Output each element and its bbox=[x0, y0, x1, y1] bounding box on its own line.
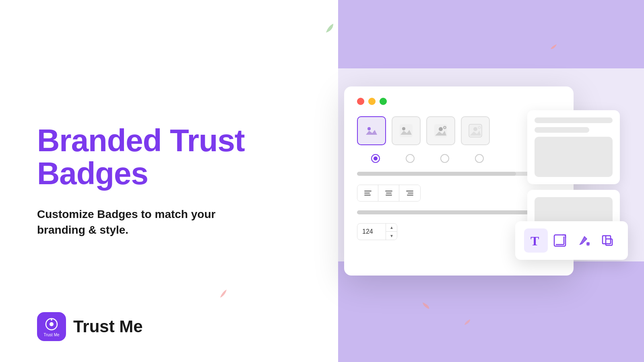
radio-spacer-1 bbox=[361, 154, 390, 163]
subtitle-text: Customize Badges to match your branding … bbox=[37, 206, 230, 238]
preview-card-top bbox=[527, 110, 620, 184]
svg-point-30 bbox=[51, 319, 52, 321]
preview-line-1 bbox=[535, 117, 613, 123]
stepper-up-button[interactable]: ▲ bbox=[386, 224, 397, 232]
align-buttons-group bbox=[357, 185, 421, 202]
align-center-button[interactable] bbox=[378, 185, 399, 201]
text-tool-button[interactable]: T bbox=[524, 228, 548, 253]
app-icon: Trust Me bbox=[37, 312, 66, 341]
stepper-buttons: ▲ ▼ bbox=[386, 224, 397, 240]
svg-rect-24 bbox=[603, 236, 611, 244]
radio-spacer-3 bbox=[430, 154, 459, 163]
svg-point-5 bbox=[439, 127, 443, 131]
radio-btn-1[interactable] bbox=[371, 154, 380, 163]
app-icon-label: Trust Me bbox=[43, 333, 59, 337]
radio-spacer-4 bbox=[465, 154, 494, 163]
svg-point-8 bbox=[473, 127, 477, 131]
radio-btn-3[interactable] bbox=[440, 154, 449, 163]
number-input[interactable] bbox=[357, 225, 386, 239]
radio-spacer-2 bbox=[396, 154, 425, 163]
dot-yellow bbox=[368, 98, 376, 105]
svg-point-9 bbox=[478, 126, 481, 129]
svg-point-3 bbox=[402, 127, 405, 130]
svg-rect-0 bbox=[365, 124, 378, 137]
image-option-1[interactable] bbox=[357, 116, 386, 145]
resize-tool-button[interactable] bbox=[548, 228, 572, 253]
page-title: Branded Trust Badges bbox=[37, 124, 274, 190]
svg-text:T: T bbox=[530, 234, 539, 248]
image-option-2[interactable] bbox=[392, 116, 421, 145]
crop-tool-button[interactable] bbox=[595, 228, 619, 253]
image-option-4[interactable] bbox=[461, 116, 490, 145]
right-panel: T bbox=[527, 110, 620, 252]
svg-point-6 bbox=[444, 126, 446, 129]
app-icon-svg bbox=[44, 317, 59, 332]
number-input-wrap: ▲ ▼ bbox=[357, 223, 397, 240]
fill-tool-button[interactable] bbox=[572, 228, 595, 253]
svg-rect-2 bbox=[400, 124, 413, 137]
svg-point-1 bbox=[367, 127, 371, 130]
image-option-3[interactable] bbox=[426, 116, 455, 145]
radio-btn-2[interactable] bbox=[406, 154, 415, 163]
brand-name: Trust Me bbox=[73, 317, 143, 336]
dot-green bbox=[380, 98, 387, 105]
branding-area: Trust Me Trust Me bbox=[37, 312, 143, 341]
left-section: Branded Trust Badges Customize Badges to… bbox=[0, 124, 274, 238]
align-left-button[interactable] bbox=[357, 185, 378, 201]
dot-red bbox=[357, 98, 364, 105]
preview-line-2 bbox=[535, 127, 589, 133]
align-right-button[interactable] bbox=[399, 185, 420, 201]
content-area: Branded Trust Badges Customize Badges to… bbox=[0, 0, 644, 362]
browser-dots bbox=[357, 98, 561, 105]
svg-point-29 bbox=[50, 322, 54, 326]
right-section: ▲ ▼ T bbox=[274, 86, 644, 276]
slider-1-fill bbox=[357, 172, 516, 176]
svg-rect-25 bbox=[606, 239, 612, 245]
preview-block-top bbox=[535, 137, 613, 177]
slider-2-fill bbox=[357, 210, 530, 214]
stepper-down-button[interactable]: ▼ bbox=[386, 232, 397, 240]
tool-icons-card: T bbox=[515, 221, 628, 260]
radio-btn-4[interactable] bbox=[475, 154, 484, 163]
